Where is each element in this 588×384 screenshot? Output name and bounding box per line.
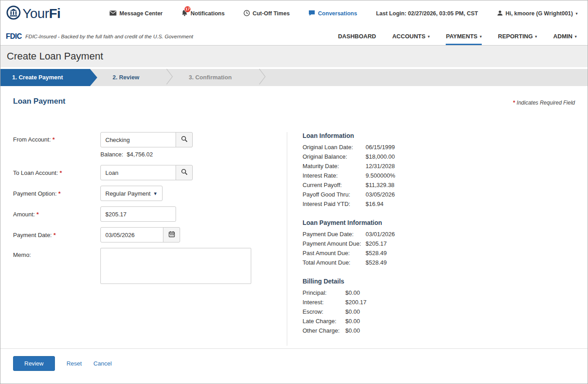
step-confirmation: 3. Confirmation <box>173 69 258 86</box>
balance-value: $4,756.02 <box>127 151 153 158</box>
nav-payments[interactable]: PAYMENTS ▾ <box>446 33 482 45</box>
calendar-icon <box>168 231 175 239</box>
bank-building-icon <box>6 5 21 22</box>
memo-textarea[interactable] <box>100 248 251 284</box>
info-label: Payment Due Date: <box>303 231 366 238</box>
payment-date-row: Payment Date: * <box>13 227 287 242</box>
required-asterisk: * <box>52 136 54 143</box>
amount-input[interactable] <box>100 206 176 222</box>
payment-option-select[interactable]: Regular Payment ▼ <box>100 186 163 201</box>
section-header: Loan Payment * Indicates Required Field <box>13 86 575 110</box>
nav-accounts[interactable]: ACCOUNTS ▾ <box>392 33 430 45</box>
conversations-link[interactable]: Conversations <box>308 10 357 18</box>
review-button[interactable]: Review <box>13 356 55 371</box>
nav-dashboard[interactable]: DASHBOARD <box>338 33 376 45</box>
loan-information-section: Loan Information Original Loan Date:06/1… <box>303 132 575 207</box>
info-label: Late Charge: <box>303 318 345 325</box>
envelope-icon <box>109 10 117 17</box>
message-center-link[interactable]: Message Center <box>109 10 163 17</box>
nav-reporting[interactable]: REPORTING ▾ <box>498 33 537 45</box>
info-label: Interest Rate: <box>303 172 366 179</box>
message-center-label: Message Center <box>119 10 163 17</box>
from-account-search-button[interactable] <box>176 132 193 147</box>
info-label: Interest: <box>303 299 345 306</box>
notifications-link[interactable]: 17 Notifications <box>181 9 225 18</box>
clock-icon <box>244 10 250 18</box>
info-label: Past Amount Due: <box>303 250 366 256</box>
section-title: Loan Payment <box>13 97 65 106</box>
step-review[interactable]: 2. Review <box>97 69 166 86</box>
loan-payment-information-title: Loan Payment Information <box>303 219 575 226</box>
user-icon <box>497 10 503 18</box>
required-note-text: Indicates Required Field <box>517 100 575 106</box>
chevron-down-icon: ▾ <box>574 34 577 39</box>
field-label-text: Payment Option: <box>13 190 57 197</box>
from-account-input[interactable] <box>100 132 176 147</box>
payment-option-value: Regular Payment <box>105 190 150 197</box>
to-loan-account-search-button[interactable] <box>176 165 193 180</box>
info-value: 03/05/2026 <box>366 191 575 198</box>
search-icon <box>181 136 188 144</box>
notification-badge: 17 <box>184 6 191 13</box>
cutoff-times-link[interactable]: Cut-Off Times <box>244 10 289 18</box>
wizard-steps: 1. Create Payment 2. Review 3. Confirmat… <box>0 69 588 86</box>
loan-information-grid: Original Loan Date:06/15/1999 Original B… <box>303 144 575 207</box>
reset-link[interactable]: Reset <box>67 360 82 367</box>
field-label-text: Amount: <box>13 211 35 218</box>
info-value: $200.17 <box>345 299 575 306</box>
loan-payment-information-section: Loan Payment Information Payment Due Dat… <box>303 219 575 266</box>
utility-header: YourFi Message Center 17 Notifications <box>0 0 588 27</box>
search-icon <box>181 169 188 177</box>
info-label: Principal: <box>303 289 345 296</box>
content-area: Loan Payment * Indicates Required Field … <box>0 86 588 348</box>
info-label: Original Balance: <box>303 153 366 160</box>
amount-label: Amount: * <box>13 211 100 218</box>
info-value: $0.00 <box>345 318 575 325</box>
info-value: $0.00 <box>345 289 575 296</box>
cancel-link[interactable]: Cancel <box>94 360 112 367</box>
billing-details-grid: Principal:$0.00 Interest:$200.17 Escrow:… <box>303 289 575 334</box>
info-value: $0.00 <box>345 327 575 334</box>
required-asterisk: * <box>513 100 516 106</box>
info-value: $205.17 <box>366 240 575 247</box>
payment-option-label: Payment Option: * <box>13 190 100 197</box>
last-login-label: Last Login: 02/27/2026, 03:05 PM, CST <box>376 10 478 17</box>
fdic-note-text: FDIC-Insured - Backed by the full faith … <box>25 34 193 39</box>
app-window: YourFi Message Center 17 Notifications <box>0 0 588 384</box>
required-asterisk: * <box>59 169 62 176</box>
required-asterisk: * <box>58 190 60 197</box>
from-account-label: From Account: * <box>13 132 100 143</box>
bell-icon: 17 <box>181 9 188 18</box>
payment-date-label: Payment Date: * <box>13 232 100 238</box>
payment-form: From Account: * <box>13 132 287 346</box>
step-separator-icon <box>259 69 266 87</box>
info-label: Escrow: <box>303 308 345 315</box>
field-label-text: To Loan Account: <box>13 169 58 176</box>
memo-label: Memo: <box>13 248 100 258</box>
info-label: Current Payoff: <box>303 182 366 188</box>
info-value: $18,000.00 <box>366 153 575 160</box>
payment-date-input[interactable] <box>100 227 163 242</box>
amount-row: Amount: * <box>13 206 287 222</box>
loan-information-title: Loan Information <box>303 132 575 139</box>
info-label: Maturity Date: <box>303 163 366 169</box>
info-value: 03/01/2026 <box>366 231 575 238</box>
required-asterisk: * <box>54 232 56 238</box>
chevron-down-icon: ▾ <box>428 34 430 39</box>
user-menu[interactable]: Hi, kmoore (G Wright001) ▾ <box>497 10 578 18</box>
nav-accounts-label: ACCOUNTS <box>392 33 425 40</box>
nav-admin-label: ADMIN <box>553 33 573 40</box>
page-title-bar: Create Loan Payment <box>0 46 588 67</box>
info-label: Payoff Good Thru: <box>303 191 366 198</box>
info-value: 9.500000% <box>366 172 575 179</box>
payment-date-calendar-button[interactable] <box>163 227 180 242</box>
to-loan-account-input[interactable] <box>100 165 176 180</box>
bank-logo[interactable]: YourFi <box>6 5 60 22</box>
dropdown-caret-icon: ▼ <box>153 191 158 196</box>
page-title: Create Loan Payment <box>7 50 103 62</box>
step-separator-icon <box>166 69 173 87</box>
user-greeting-label: Hi, kmoore (G Wright001) <box>506 10 573 17</box>
nav-admin[interactable]: ADMIN ▾ <box>553 33 577 45</box>
main-nav-row: FDIC FDIC-Insured - Backed by the full f… <box>0 27 588 46</box>
info-value: $0.00 <box>345 308 575 315</box>
